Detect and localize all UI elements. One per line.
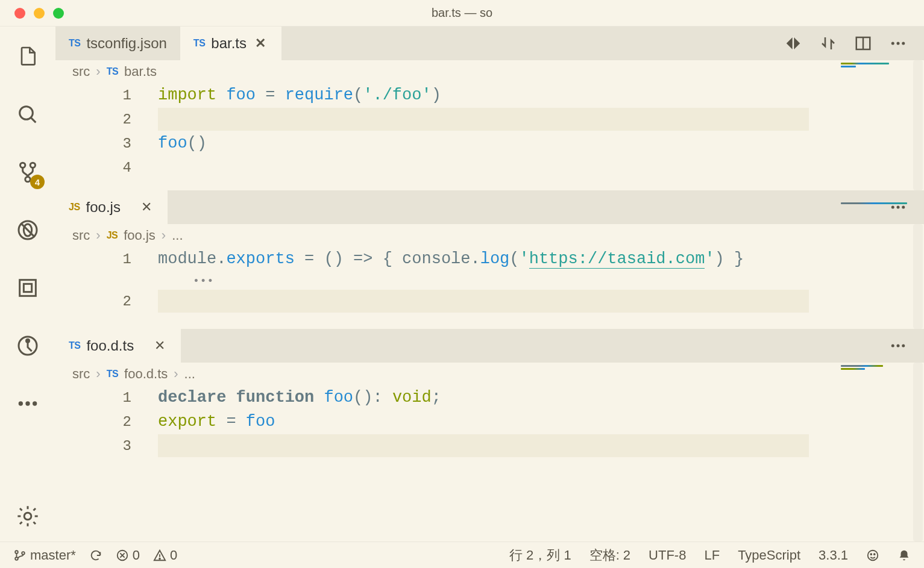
code-editor[interactable]: 1 declare function foo(): void; 2 export… [55, 385, 924, 458]
eol[interactable]: LF [704, 548, 720, 563]
line-number: 1 [55, 251, 158, 267]
svg-point-25 [897, 345, 900, 348]
tab-bar-ts[interactable]: TS bar.ts ✕ [180, 27, 281, 60]
status-bar: master* 0 0 行 2，列 1 空格: 2 UTF-8 LF TypeS… [0, 541, 924, 568]
scrollbar[interactable] [913, 363, 923, 541]
typescript-icon: TS [107, 369, 118, 379]
svg-point-12 [19, 401, 23, 405]
errors-count[interactable]: 0 [116, 548, 140, 563]
svg-point-28 [15, 557, 18, 560]
tab-foo-js[interactable]: JS foo.js ✕ [55, 190, 168, 224]
tab-label: tsconfig.json [86, 35, 166, 52]
titlebar: bar.ts — so [0, 0, 924, 27]
typescript-icon: TS [69, 340, 80, 351]
breadcrumb[interactable]: src › TS bar.ts [55, 60, 924, 83]
line-number: 4 [55, 160, 158, 176]
tab-foo-dts[interactable]: TS foo.d.ts ✕ [55, 329, 181, 363]
folding-icon[interactable]: ••• [193, 275, 214, 287]
close-icon[interactable]: ✕ [253, 36, 268, 51]
tab-label: bar.ts [211, 35, 247, 52]
breadcrumb-root[interactable]: src [72, 366, 90, 382]
minimap[interactable] [841, 63, 913, 75]
debug-icon[interactable] [14, 217, 41, 243]
explorer-icon[interactable] [14, 43, 41, 70]
svg-point-3 [30, 163, 35, 167]
cursor-position[interactable]: 行 2，列 1 [509, 546, 571, 564]
typescript-icon: TS [107, 66, 118, 77]
breadcrumb-trail[interactable]: ... [184, 366, 195, 382]
split-editor-icon[interactable] [854, 34, 872, 52]
encoding[interactable]: UTF-8 [649, 548, 686, 563]
source-control-icon[interactable]: 4 [14, 159, 41, 186]
svg-point-29 [22, 552, 25, 555]
indentation[interactable]: 空格: 2 [589, 546, 630, 564]
scrollbar[interactable] [913, 60, 923, 190]
minimap[interactable] [841, 365, 913, 377]
line-number: 2 [55, 111, 158, 128]
svg-point-35 [868, 550, 878, 560]
svg-rect-9 [24, 284, 31, 292]
window-maximize-button[interactable] [53, 8, 64, 19]
close-icon[interactable]: ✕ [152, 338, 168, 354]
svg-point-24 [891, 345, 894, 348]
code-editor[interactable]: 1 module.exports = () => { console.log('… [55, 247, 924, 329]
git-graph-icon[interactable] [14, 332, 41, 359]
sync-icon[interactable] [89, 549, 102, 562]
svg-line-1 [31, 117, 36, 122]
more-actions-icon[interactable] [889, 34, 907, 52]
breadcrumb[interactable]: src › JS foo.js › ... [55, 224, 924, 247]
close-icon[interactable]: ✕ [139, 199, 154, 215]
gear-icon[interactable] [14, 503, 41, 529]
minimap[interactable] [841, 202, 913, 214]
warnings-count[interactable]: 0 [153, 548, 177, 563]
svg-point-20 [902, 42, 905, 45]
editor-pane-1[interactable]: src › TS bar.ts 1 import foo = require('… [55, 60, 924, 190]
tab-label: foo.js [86, 199, 121, 216]
breadcrumb-file[interactable]: foo.d.ts [124, 366, 168, 382]
chevron-right-icon: › [96, 366, 100, 382]
tab-tsconfig[interactable]: TS tsconfig.json [55, 27, 180, 60]
svg-point-18 [891, 42, 894, 45]
chevron-right-icon: › [96, 228, 100, 243]
color-theme-icon[interactable] [784, 34, 802, 52]
breadcrumb-root[interactable]: src [72, 228, 90, 243]
breadcrumb-root[interactable]: src [72, 64, 90, 80]
line-number: 3 [55, 438, 158, 454]
branch-name: master* [30, 548, 76, 563]
git-branch[interactable]: master* [13, 548, 76, 563]
feedback-icon[interactable] [866, 549, 879, 562]
svg-point-36 [870, 554, 872, 555]
line-number: 3 [55, 136, 158, 152]
ts-version[interactable]: 3.3.1 [819, 548, 848, 563]
svg-point-13 [25, 401, 30, 405]
tabbar-top: TS tsconfig.json TS bar.ts ✕ [55, 27, 924, 60]
javascript-icon: JS [107, 230, 118, 241]
editor-pane-2[interactable]: src › JS foo.js › ... 1 module.exports =… [55, 224, 924, 329]
breadcrumb[interactable]: src › TS foo.d.ts › ... [55, 363, 924, 385]
diff-icon[interactable] [819, 34, 837, 52]
line-number: 1 [55, 87, 158, 104]
code-editor[interactable]: 1 import foo = require('./foo') 2 3 foo(… [55, 83, 924, 190]
window-minimize-button[interactable] [34, 8, 45, 19]
extensions-icon[interactable] [14, 275, 41, 301]
more-icon[interactable] [14, 390, 41, 417]
chevron-right-icon: › [162, 228, 166, 243]
tabbar-pane2: JS foo.js ✕ [55, 190, 924, 224]
editor-pane-3[interactable]: src › TS foo.d.ts › ... 1 declare functi… [55, 363, 924, 541]
svg-point-27 [15, 551, 18, 554]
search-icon[interactable] [14, 101, 41, 128]
bell-icon[interactable] [897, 549, 911, 562]
window-close-button[interactable] [14, 8, 25, 19]
tab-label: foo.d.ts [86, 337, 134, 354]
line-number: 1 [55, 390, 158, 406]
breadcrumb-file[interactable]: bar.ts [124, 64, 157, 80]
svg-point-34 [159, 558, 160, 559]
language-mode[interactable]: TypeScript [738, 548, 800, 563]
breadcrumb-file[interactable]: foo.js [124, 228, 156, 243]
scrollbar[interactable] [913, 224, 923, 329]
typescript-icon: TS [69, 38, 80, 49]
scm-badge: 4 [30, 175, 45, 189]
more-actions-icon[interactable] [889, 337, 907, 355]
breadcrumb-trail[interactable]: ... [172, 228, 183, 243]
svg-point-11 [27, 339, 30, 342]
